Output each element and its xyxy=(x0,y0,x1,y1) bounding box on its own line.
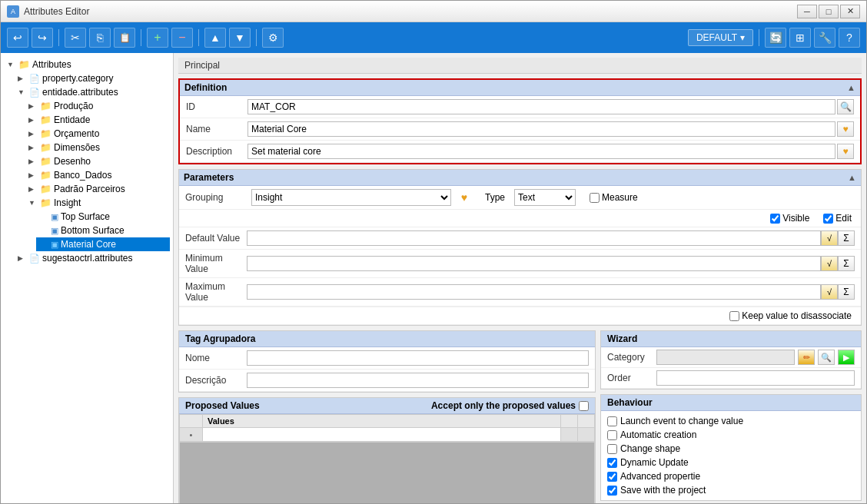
descricao-label: Descrição xyxy=(185,375,247,386)
tree-item-bottom-surface[interactable]: ▣ Bottom Surface xyxy=(36,224,170,237)
tree-item-attributes[interactable]: ▼ 📁 Attributes xyxy=(4,58,170,71)
tree-item-insight[interactable]: ▼ 📁 Insight xyxy=(25,196,170,210)
file-icon: 📄 xyxy=(29,74,40,84)
tools-button[interactable]: 🔧 xyxy=(814,28,835,48)
tree-label-bottom-surface: Bottom Surface xyxy=(61,225,125,236)
down-button[interactable]: ▼ xyxy=(229,28,251,48)
name-action-button[interactable]: ♥ xyxy=(837,121,854,137)
behaviour-dynamic-checkbox[interactable] xyxy=(607,458,617,468)
grouping-type-row: Grouping Insight ♥ Type Text Measure xyxy=(179,186,861,210)
folder-icon: 📁 xyxy=(40,184,51,194)
name-row: Name ♥ xyxy=(180,118,860,141)
up-button[interactable]: ▲ xyxy=(204,28,226,48)
tree-item-banco-dados[interactable]: ▶ 📁 Banco_Dados xyxy=(25,168,170,182)
keep-value-checkbox-label: Keep value to disassociate xyxy=(729,310,852,321)
behaviour-save-checkbox[interactable] xyxy=(607,486,617,496)
proposed-values-empty-area xyxy=(179,442,595,503)
sigma-button-default[interactable]: Σ xyxy=(838,230,855,246)
paste-button[interactable]: 📋 xyxy=(114,28,135,48)
wizard-edit-button[interactable]: ✏ xyxy=(798,350,815,365)
main-panel: Principal Definition ▲ ID 🔍 N xyxy=(174,53,866,503)
wizard-order-label: Order xyxy=(607,373,653,383)
folder-icon: 📁 xyxy=(40,170,51,181)
sigma-button-max[interactable]: Σ xyxy=(838,284,855,300)
behaviour-section: Behaviour Launch event to change value A… xyxy=(600,394,862,501)
sqrt-button-min[interactable]: √ xyxy=(821,256,838,271)
tree-item-entidade-attributes[interactable]: ▼ 📄 entidade.attributes xyxy=(15,85,170,99)
visible-checkbox[interactable] xyxy=(770,214,780,224)
tree-label-dimensoes: Dimensões xyxy=(54,142,100,153)
toolbar-separator-1 xyxy=(58,29,59,46)
tree-item-entidade[interactable]: ▶ 📁 Entidade xyxy=(25,113,170,127)
proposed-values-table: Values • xyxy=(179,414,595,442)
grouping-heart-button[interactable]: ♥ xyxy=(456,189,473,206)
description-input[interactable] xyxy=(247,144,835,159)
definition-collapse-button[interactable]: ▲ xyxy=(847,83,855,92)
item-icon: ▣ xyxy=(51,226,58,236)
edit-checkbox[interactable] xyxy=(823,214,833,224)
sqrt-button-default[interactable]: √ xyxy=(821,230,838,246)
tree-item-top-surface[interactable]: ▣ Top Surface xyxy=(36,210,170,224)
tree-item-orcamento[interactable]: ▶ 📁 Orçamento xyxy=(25,127,170,141)
tree-item-producao[interactable]: ▶ 📁 Produção xyxy=(25,99,170,113)
wizard-browse-button[interactable]: 🔍 xyxy=(818,350,835,365)
id-action-button[interactable]: 🔍 xyxy=(837,99,854,114)
close-button[interactable]: ✕ xyxy=(840,5,860,18)
remove-button[interactable]: − xyxy=(171,28,193,48)
keep-value-checkbox[interactable] xyxy=(729,311,739,321)
behaviour-launch-checkbox[interactable] xyxy=(607,416,617,426)
measure-checkbox[interactable] xyxy=(590,193,600,203)
view-button[interactable]: ⊞ xyxy=(789,28,811,48)
copy-button[interactable]: ⎘ xyxy=(89,28,111,48)
tree-item-property-category[interactable]: ▶ 📄 property.category xyxy=(15,71,170,85)
definition-header-label: Definition xyxy=(184,82,227,93)
refresh-button[interactable]: 🔄 xyxy=(765,28,786,48)
expander-icon: ▶ xyxy=(28,171,38,179)
tree-item-dimensoes[interactable]: ▶ 📁 Dimensões xyxy=(25,141,170,154)
settings-button[interactable]: ⚙ xyxy=(262,28,284,48)
descricao-input[interactable] xyxy=(247,373,589,388)
behaviour-shape-checkbox[interactable] xyxy=(607,444,617,454)
minimize-button[interactable]: ─ xyxy=(797,5,817,18)
sqrt-button-max[interactable]: √ xyxy=(821,284,838,300)
description-action-button[interactable]: ♥ xyxy=(837,144,854,159)
expander-icon: ▶ xyxy=(28,144,38,151)
minimum-value-input[interactable] xyxy=(247,256,821,271)
behaviour-advanced-checkbox[interactable] xyxy=(607,472,617,482)
expander-placeholder xyxy=(39,240,48,248)
default-value-input[interactable] xyxy=(247,230,821,246)
wizard-category-input[interactable] xyxy=(656,350,795,365)
tree-label-material-core: Material Core xyxy=(61,239,116,250)
parameters-collapse-button[interactable]: ▲ xyxy=(848,173,856,182)
undo-button[interactable]: ↩ xyxy=(7,28,28,48)
tree-item-padrao-parceiros[interactable]: ▶ 📁 Padrão Parceiros xyxy=(25,182,170,196)
row-value[interactable] xyxy=(203,428,561,442)
accept-proposed-checkbox[interactable] xyxy=(579,401,589,411)
maximum-value-input[interactable] xyxy=(247,284,821,300)
id-label: ID xyxy=(186,101,247,112)
sigma-button-min[interactable]: Σ xyxy=(838,256,855,271)
tree-item-material-core[interactable]: ▣ Material Core xyxy=(36,237,170,251)
help-button[interactable]: ? xyxy=(839,28,860,48)
definition-section: Definition ▲ ID 🔍 Name ♥ xyxy=(178,78,862,164)
type-select[interactable]: Text xyxy=(514,189,576,206)
default-dropdown[interactable]: DEFAULT ▾ xyxy=(688,29,753,46)
name-input[interactable] xyxy=(247,121,835,137)
cut-button[interactable]: ✂ xyxy=(65,28,86,48)
nome-input[interactable] xyxy=(247,350,589,366)
tree-root: ▼ 📁 Attributes ▶ 📄 property.category ▼ 📄 xyxy=(1,56,173,267)
behaviour-auto-checkbox[interactable] xyxy=(607,430,617,440)
app-icon: A xyxy=(7,5,19,18)
id-input[interactable] xyxy=(247,99,835,114)
name-label: Name xyxy=(186,124,247,134)
wizard-order-input[interactable] xyxy=(656,370,855,386)
wizard-go-button[interactable]: ▶ xyxy=(838,350,855,365)
file-icon: 📄 xyxy=(29,254,40,264)
behaviour-item-launch: Launch event to change value xyxy=(607,416,855,426)
redo-button[interactable]: ↪ xyxy=(32,28,53,48)
tree-item-desenho[interactable]: ▶ 📁 Desenho xyxy=(25,154,170,168)
maximize-button[interactable]: □ xyxy=(819,5,839,18)
tree-item-sugestao[interactable]: ▶ 📄 sugestaoctrl.attributes xyxy=(15,251,170,265)
add-button[interactable]: + xyxy=(147,28,168,48)
grouping-select[interactable]: Insight xyxy=(251,189,451,206)
